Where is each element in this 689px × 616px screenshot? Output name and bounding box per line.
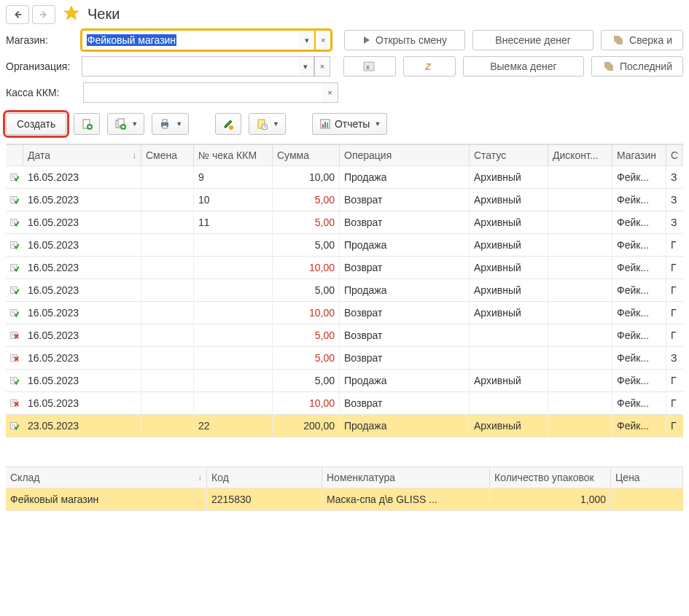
cell-status: Архивный [470, 257, 548, 278]
withdraw-button[interactable]: Выемка денег [463, 56, 584, 77]
col-warehouse[interactable]: Склад↓ [6, 467, 207, 488]
cell-store: Фейк... [612, 279, 666, 301]
cell-last: З [666, 189, 682, 211]
table-row[interactable]: 16.05.202310,00ВозвратАрхивныйФейк...Г [6, 302, 683, 324]
nav-forward-button[interactable] [32, 5, 55, 24]
cell-operation: Возврат [340, 302, 470, 324]
cell-last: Г [666, 392, 682, 414]
org-dropdown-button[interactable]: ▾ [298, 56, 314, 77]
edit-button[interactable] [215, 113, 241, 135]
schedule-button[interactable]: ▼ [249, 113, 286, 135]
row-status-icon [6, 257, 23, 278]
tag-icon [612, 34, 625, 47]
table-row[interactable]: 16.05.2023115,00ВозвратАрхивныйФейк...З [6, 211, 683, 234]
table-row[interactable]: 16.05.2023910,00ПродажаАрхивныйФейк...З [6, 166, 683, 189]
cell-qty: 1,000 [490, 488, 611, 510]
cell-status: Архивный [470, 166, 548, 188]
cell-date: 16.05.2023 [23, 324, 141, 346]
col-code[interactable]: Код [207, 467, 322, 488]
row-status-icon [6, 324, 23, 346]
cell-status: Архивный [470, 302, 548, 324]
cell-sum: 5,00 [273, 211, 340, 233]
col-status[interactable]: Статус [470, 145, 548, 165]
kkm-input[interactable] [83, 82, 322, 103]
cell-status [470, 347, 548, 369]
recon-button[interactable]: Сверка и [601, 30, 683, 50]
detail-grid: Склад↓ Код Номенклатура Количество упако… [6, 467, 683, 511]
row-status-icon [6, 347, 23, 369]
col-price[interactable]: Цена [611, 467, 683, 488]
table-row[interactable]: 16.05.20235,00ПродажаАрхивныйФейк...Г [6, 370, 683, 392]
kkm-label: Касса ККМ: [6, 87, 80, 98]
cell-status: Архивный [470, 415, 548, 437]
store-combo[interactable]: Фейковый магазин ▾ × [82, 30, 331, 50]
table-row[interactable]: 16.05.2023105,00ВозвратАрхивныйФейк...З [6, 189, 683, 211]
col-shift[interactable]: Смена [141, 145, 194, 165]
svg-rect-12 [163, 125, 167, 128]
export-excel-button[interactable]: x [343, 56, 396, 77]
cell-last: Г [666, 302, 682, 324]
add-group-button[interactable]: ▼ [107, 113, 144, 135]
last-button[interactable]: Последний [591, 56, 683, 77]
deposit-button[interactable]: Внесение денег [472, 30, 593, 50]
chart-icon [319, 117, 332, 130]
store-label: Магазин: [6, 34, 79, 46]
col-last[interactable]: С [666, 145, 682, 165]
col-date[interactable]: Дата↓ [23, 145, 141, 165]
cell-store: Фейк... [612, 257, 666, 278]
play-icon [362, 36, 371, 44]
print-button[interactable]: ▼ [152, 113, 189, 135]
cell-shift [141, 189, 194, 211]
kkm-clear-button[interactable]: × [322, 82, 338, 103]
col-discount[interactable]: Дисконт... [548, 145, 612, 165]
svg-point-13 [229, 125, 233, 130]
table-row[interactable]: Фейковый магазин2215830Маска-спа д\в GLI… [6, 488, 683, 511]
col-store[interactable]: Магазин [612, 145, 666, 165]
cell-date: 16.05.2023 [23, 234, 141, 256]
cell-num: 22 [194, 415, 273, 437]
store-clear-button[interactable]: × [315, 30, 331, 50]
open-shift-button[interactable]: Открыть смену [344, 30, 465, 50]
cell-operation: Продажа [340, 415, 470, 437]
col-qty[interactable]: Количество упаковок [490, 467, 611, 488]
table-row[interactable]: 16.05.20235,00ПродажаАрхивныйФейк...Г [6, 234, 683, 257]
cell-store: Фейк... [612, 302, 666, 324]
filter-row-kkm: Касса ККМ: × [0, 79, 689, 106]
cell-last: З [666, 347, 682, 369]
col-sum[interactable]: Сумма [273, 145, 340, 165]
table-row[interactable]: 16.05.20235,00ВозвратФейк...Г [6, 324, 683, 347]
z-report-button[interactable]: Z [403, 56, 456, 77]
col-num[interactable]: № чека ККМ [194, 145, 273, 165]
col-operation[interactable]: Операция [340, 145, 470, 165]
cell-store: Фейк... [612, 234, 666, 256]
create-button[interactable]: Создать [6, 113, 66, 135]
cell-operation: Продажа [340, 166, 470, 188]
cell-shift [141, 279, 194, 301]
toolbar: Создать ▼ ▼ ▼ Отчеты ▼ [0, 106, 689, 141]
copy-button[interactable] [74, 113, 100, 135]
nav-back-button[interactable] [6, 5, 29, 24]
table-row[interactable]: 16.05.202310,00ВозвратФейк...Г [6, 392, 683, 415]
org-clear-button[interactable]: × [314, 56, 330, 77]
cell-status: Архивный [470, 234, 548, 256]
table-row[interactable]: 23.05.202322200,00ПродажаАрхивныйФейк...… [6, 415, 683, 437]
arrow-right-icon [39, 9, 49, 20]
org-combo[interactable]: ▾ × [82, 56, 330, 77]
table-row[interactable]: 16.05.20235,00ПродажаАрхивныйФейк...Г [6, 279, 683, 302]
favorite-star-icon[interactable] [63, 4, 80, 24]
row-status-icon [6, 392, 23, 414]
cell-discount [548, 234, 612, 256]
cell-status [470, 392, 548, 414]
table-row[interactable]: 16.05.202310,00ВозвратАрхивныйФейк...Г [6, 257, 683, 279]
store-dropdown-button[interactable]: ▾ [299, 30, 315, 50]
cell-operation: Возврат [340, 347, 470, 369]
reports-button[interactable]: Отчеты ▼ [312, 113, 387, 135]
org-input[interactable] [82, 56, 298, 77]
kkm-combo[interactable]: × [83, 82, 338, 103]
cell-last: Г [666, 257, 682, 278]
table-row[interactable]: 16.05.20235,00ВозвратФейк...З [6, 347, 683, 370]
col-nomenclature[interactable]: Номенклатура [322, 467, 490, 488]
cell-discount [548, 415, 612, 437]
cell-num [194, 370, 273, 391]
cell-num [194, 234, 273, 256]
